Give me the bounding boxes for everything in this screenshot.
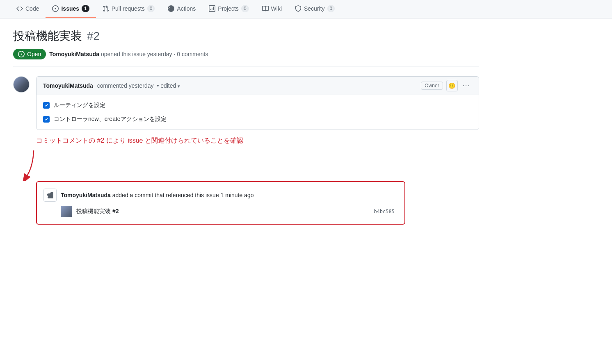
tab-wiki[interactable]: Wiki [256, 0, 288, 18]
commit-ref-icon [43, 189, 57, 202]
comment-time: commented yesterday [97, 82, 154, 89]
checkbox-2[interactable] [43, 116, 50, 123]
status-meta: TomoyukiMatsuda opened this issue yester… [49, 51, 208, 57]
issues-badge: 1 [82, 5, 89, 12]
commit-action-text: added a commit that referenced this issu… [112, 192, 254, 198]
checkbox-item-2: コントローラnew、createアクションを設定 [43, 116, 472, 123]
emoji-button[interactable]: 🙂 [446, 80, 458, 91]
red-arrow [21, 148, 46, 181]
owner-badge: Owner [421, 82, 443, 90]
projects-badge: 0 [241, 5, 249, 12]
projects-icon [209, 5, 215, 12]
comment-author[interactable]: TomoyukiMatsuda [43, 82, 93, 89]
comment-body: ルーティングを設定 コントローラnew、createアクションを設定 [37, 95, 479, 130]
commit-ref-header: TomoyukiMatsuda added a commit that refe… [43, 189, 398, 202]
checkbox-label-2: コントローラnew、createアクションを設定 [54, 116, 167, 123]
commit-hash: b4bc585 [374, 209, 398, 214]
checkbox-item-1: ルーティングを設定 [43, 102, 472, 109]
tab-actions-label: Actions [177, 5, 196, 12]
tab-security-label: Security [304, 5, 325, 12]
issue-icon [52, 5, 59, 12]
issue-title: 投稿機能実装 [13, 28, 82, 44]
tab-wiki-label: Wiki [271, 5, 282, 12]
main-content: 投稿機能実装 #2 Open TomoyukiMatsuda opened th… [0, 18, 492, 234]
annotation-text: コミットコメントの #2 により issue と関連付けられていることを確認 [36, 136, 479, 145]
tab-issues-label: Issues [61, 5, 79, 12]
code-icon [16, 5, 23, 12]
edit-dropdown-arrow[interactable]: ▾ [178, 84, 180, 89]
tab-code[interactable]: Code [10, 0, 46, 18]
tab-projects[interactable]: Projects 0 [202, 0, 255, 18]
status-badge: Open [13, 49, 46, 59]
tab-pull-requests[interactable]: Pull requests 0 [96, 0, 162, 18]
avatar-image [14, 77, 29, 92]
avatar [13, 76, 30, 93]
repo-nav: Code Issues 1 Pull requests 0 Actions [0, 0, 612, 18]
issue-author-link[interactable]: TomoyukiMatsuda [49, 51, 99, 57]
commit-author-name[interactable]: TomoyukiMatsuda [61, 192, 111, 198]
open-icon [18, 51, 25, 57]
commit-thumbnail [61, 206, 72, 217]
issue-title-row: 投稿機能実装 #2 [13, 28, 479, 44]
comment-container: TomoyukiMatsuda commented yesterday • ed… [13, 76, 479, 130]
commit-ref-box: TomoyukiMatsuda added a commit that refe… [36, 181, 405, 225]
status-label: Open [27, 51, 41, 57]
tab-pr-label: Pull requests [112, 5, 145, 12]
comment-header-left: TomoyukiMatsuda commented yesterday • ed… [43, 82, 180, 89]
pr-badge: 0 [147, 5, 155, 12]
tab-code-label: Code [25, 5, 39, 12]
svg-point-0 [170, 7, 172, 10]
tab-security[interactable]: Security 0 [288, 0, 341, 18]
comment-header-actions: Owner 🙂 ··· [421, 80, 472, 91]
pr-icon [103, 5, 109, 12]
tab-issues[interactable]: Issues 1 [46, 0, 96, 18]
comment-box: TomoyukiMatsuda commented yesterday • ed… [36, 76, 479, 130]
tab-actions[interactable]: Actions [161, 0, 202, 18]
checkbox-label-1: ルーティングを設定 [54, 102, 105, 109]
actions-icon [168, 5, 174, 12]
commit-title: 投稿機能実装 #2 [76, 208, 119, 215]
security-icon [295, 5, 301, 12]
commit-ref-author: TomoyukiMatsuda added a commit that refe… [61, 192, 254, 198]
commit-ref-wrapper: TomoyukiMatsuda added a commit that refe… [13, 181, 479, 225]
issue-number: #2 [87, 30, 100, 43]
more-options-button[interactable]: ··· [461, 81, 472, 90]
tab-projects-label: Projects [218, 5, 239, 12]
comment-header: TomoyukiMatsuda commented yesterday • ed… [37, 77, 479, 95]
security-badge: 0 [327, 5, 335, 12]
wiki-icon [262, 5, 269, 12]
commit-ref-body: 投稿機能実装 #2 b4bc585 [61, 206, 398, 217]
checkbox-1[interactable] [43, 102, 50, 109]
issue-status-row: Open TomoyukiMatsuda opened this issue y… [13, 49, 479, 66]
comment-edited: • edited ▾ [157, 82, 180, 89]
